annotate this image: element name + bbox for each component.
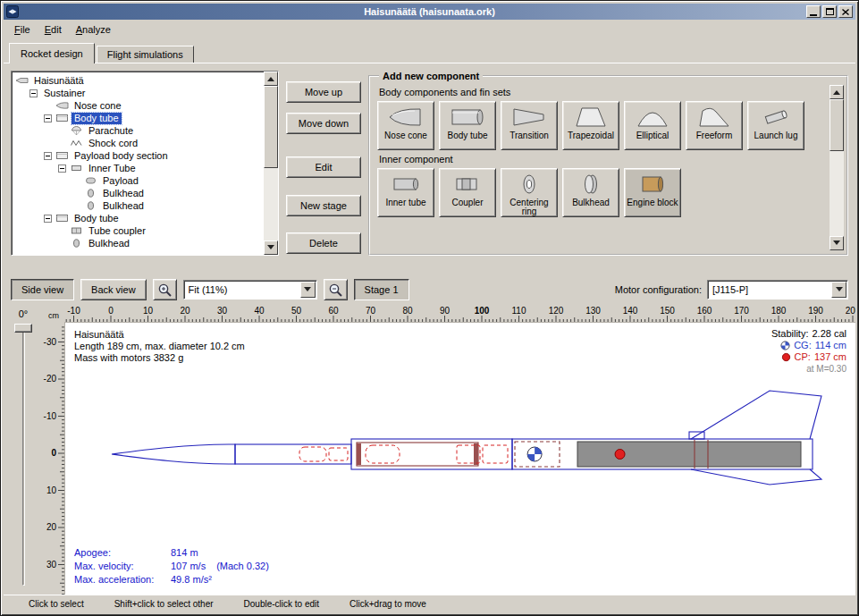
menu-analyze[interactable]: Analyze (69, 21, 118, 38)
body-tube-shape[interactable] (235, 444, 351, 464)
component-button-label: Centering ring (501, 198, 557, 216)
body-tube-icon (55, 150, 69, 161)
rotation-slider-handle[interactable] (14, 324, 32, 333)
tree-item-body-tube[interactable]: Body tube (12, 212, 264, 224)
tree-item-bulkhead[interactable]: Bulkhead (12, 187, 264, 199)
zoom-select[interactable]: Fit (11%) (183, 280, 317, 300)
tree-item-payload-body-section[interactable]: Payload body section (12, 149, 264, 162)
move-up-button[interactable]: Move up (286, 81, 361, 103)
status-hint: Shift+click to select other (114, 599, 214, 609)
tab-flight-simulations[interactable]: Flight simulations (97, 46, 194, 63)
back-view-button[interactable]: Back view (80, 279, 147, 300)
flight-stat-value: 107 m/s (171, 560, 206, 573)
tree-item-shock-cord[interactable]: Shock cord (12, 137, 264, 149)
tree-item-bulkhead[interactable]: Bulkhead (12, 199, 264, 212)
component-button-label: Freeform (696, 131, 733, 140)
add-elliptical-button[interactable]: Elliptical (624, 101, 681, 150)
delete-button[interactable]: Delete (286, 232, 361, 254)
tree-item-label: Body tube (72, 113, 122, 124)
minimize-button[interactable] (806, 5, 821, 18)
svg-text:180: 180 (771, 306, 787, 316)
coupler-icon (450, 171, 485, 198)
tree-item-parachute[interactable]: Parachute (12, 124, 264, 137)
payload-shape[interactable] (366, 445, 400, 463)
scroll-up-button[interactable] (264, 72, 278, 86)
scroll-down-button[interactable] (830, 236, 844, 250)
maximize-button[interactable] (822, 5, 837, 18)
cp-value: 137 cm (814, 351, 846, 363)
add-component-title: Add new component (379, 71, 483, 81)
tree-item-payload[interactable]: Payload (12, 174, 264, 187)
zoom-in-button[interactable] (153, 279, 177, 300)
nose-cone-shape[interactable] (112, 444, 235, 464)
move-down-button[interactable]: Move down (286, 113, 361, 134)
tree-expander[interactable] (44, 152, 52, 160)
tab-rocket-design[interactable]: Rocket design (9, 43, 95, 63)
flight-stat-label: Max. acceleration: (74, 573, 171, 586)
split-divider[interactable] (4, 263, 855, 274)
payload-section-shape[interactable] (351, 439, 512, 469)
new-stage-button[interactable]: New stage (286, 195, 361, 216)
rocket-drawing-area[interactable]: Haisunäätä Length 189 cm, max. diameter … (64, 322, 855, 595)
component-tree-panel: HaisunäätäSustainerNose coneBody tubePar… (11, 71, 279, 256)
combo-arrow-button[interactable] (300, 282, 316, 298)
add-coupler-button[interactable]: Coupler (439, 168, 496, 217)
tree-item-nose-cone[interactable]: Nose cone (12, 99, 264, 112)
inner-tube-icon (70, 163, 83, 173)
tree-item-tube-coupler[interactable]: Tube coupler (12, 224, 264, 237)
close-button[interactable] (838, 5, 853, 18)
scroll-up-button[interactable] (830, 85, 844, 99)
bulkhead-shape[interactable] (474, 443, 478, 465)
svg-text:-20: -20 (44, 374, 57, 384)
svg-text:-10: -10 (44, 411, 57, 421)
motor-shape[interactable] (577, 442, 801, 467)
tree-item-label: Shock cord (86, 138, 140, 149)
tree-scrollbar[interactable] (264, 72, 278, 255)
tree-item-bulkhead[interactable]: Bulkhead (12, 237, 264, 249)
stage-1-toggle[interactable]: Stage 1 (354, 279, 409, 300)
scroll-down-button[interactable] (264, 240, 278, 255)
add-bulkhead-button[interactable]: Bulkhead (562, 168, 619, 217)
add-centering-ring-button[interactable]: Centering ring (501, 168, 558, 217)
tree-expander[interactable] (58, 165, 66, 173)
shock-cord-shape[interactable] (329, 448, 348, 460)
tree-item-body-tube[interactable]: Body tube (12, 112, 264, 124)
inner-tube-shape[interactable] (357, 443, 478, 466)
bulkhead-shape[interactable] (357, 443, 361, 465)
rotation-slider-track[interactable] (22, 327, 25, 586)
menu-edit[interactable]: Edit (38, 21, 69, 38)
tree-item-sustainer[interactable]: Sustainer (12, 87, 264, 99)
add-launch-lug-button[interactable]: Launch lug (747, 101, 804, 150)
magnifier-icon (328, 283, 343, 298)
fin-set-shape[interactable] (689, 391, 821, 485)
status-hint: Click+drag to move (349, 599, 426, 609)
add-freeform-button[interactable]: Freeform (686, 101, 743, 150)
tree-expander[interactable] (29, 89, 38, 97)
rotation-slider (4, 322, 43, 595)
add-engine-block-button[interactable]: Engine block (624, 168, 681, 217)
edit-button[interactable]: Edit (286, 156, 361, 178)
menu-file[interactable]: File (7, 21, 38, 38)
svg-text:-10: -10 (67, 306, 80, 316)
add-body-tube-button[interactable]: Body tube (439, 101, 496, 150)
add-trapezoidal-button[interactable]: Trapezoidal (562, 101, 619, 150)
scroll-track[interactable] (264, 86, 278, 240)
tree-item-haisun-t[interactable]: Haisunäätä (12, 74, 264, 87)
side-view-button[interactable]: Side view (11, 279, 74, 300)
add-transition-button[interactable]: Transition (501, 101, 558, 150)
scroll-track[interactable] (830, 99, 844, 236)
parachute-shape[interactable] (299, 447, 326, 461)
component-scrollbar[interactable] (830, 85, 844, 250)
combo-arrow-button[interactable] (831, 282, 846, 298)
scroll-thumb[interactable] (264, 86, 278, 168)
tree-expander[interactable] (44, 114, 52, 122)
tree-item-inner-tube[interactable]: Inner Tube (12, 162, 264, 174)
stability-info: Stability: 2.28 cal CG: 114 cm CP: 137 c… (771, 328, 846, 375)
inner-component-shape[interactable] (483, 445, 508, 463)
scroll-thumb[interactable] (830, 99, 844, 151)
add-inner-tube-button[interactable]: Inner tube (377, 168, 434, 217)
motor-configuration-select[interactable]: [J115-P] (707, 280, 848, 300)
tree-expander[interactable] (44, 215, 52, 223)
add-nose-cone-button[interactable]: Nose cone (377, 101, 434, 150)
zoom-out-button[interactable] (324, 279, 348, 300)
